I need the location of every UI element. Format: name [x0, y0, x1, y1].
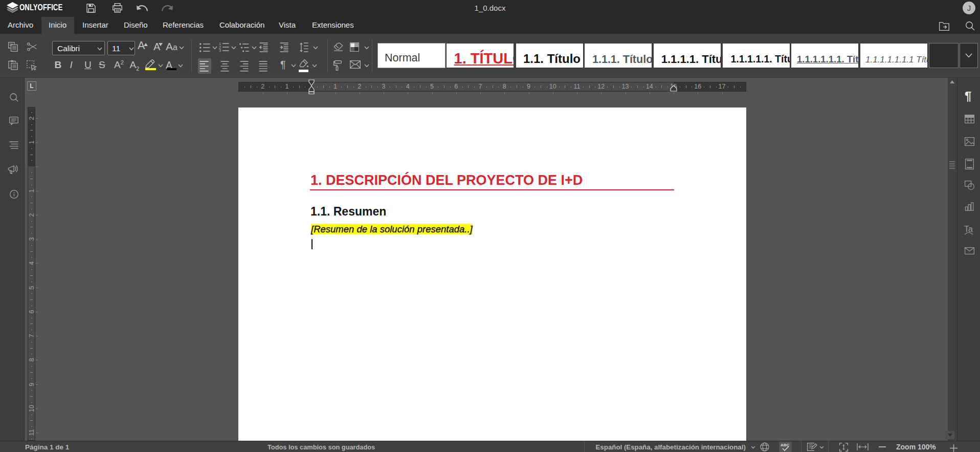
svg-text:3: 3 — [219, 48, 221, 52]
